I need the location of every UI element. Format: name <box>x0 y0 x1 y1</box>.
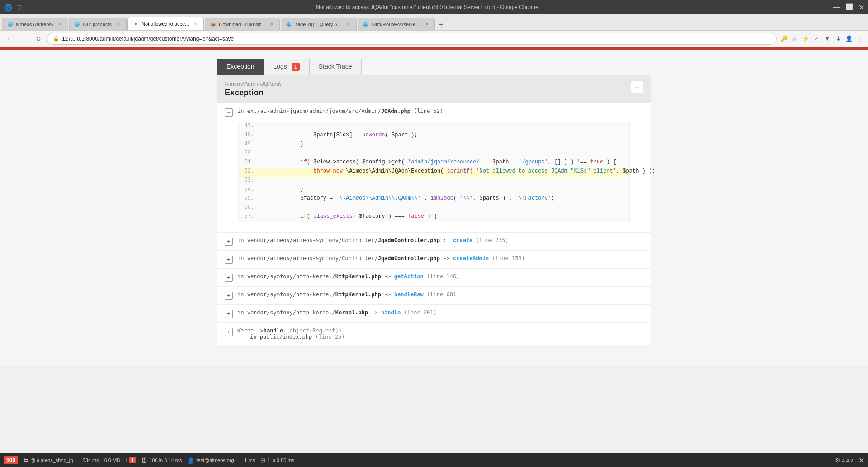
tab-label-6: Slim/RouteParserTe... <box>372 22 420 27</box>
tab-exception[interactable]: Exception <box>217 59 264 75</box>
trace-expand-1[interactable]: + <box>225 238 233 246</box>
nav-icons: 🔑 ☆ ⚡ ✓ ▼ ⬇ 👤 ⋮ <box>779 34 864 43</box>
tab-close-3[interactable]: ✕ <box>193 21 199 27</box>
tab-aimeos[interactable]: 🌐 aimeos (Aimeos) ✕ <box>2 18 68 30</box>
code-line-57: 57. if( class_exists( $factory ) === fal… <box>239 213 629 222</box>
back-button[interactable]: ← <box>4 33 15 45</box>
tab-label-2: Our products <box>83 22 112 27</box>
tab-close-5[interactable]: ✕ <box>345 21 352 28</box>
main-trace-prefix: in ext/ai-admin-jqadm/admin/jqadm/src/Ad… <box>237 108 381 114</box>
trace-expand-5[interactable]: + <box>225 310 233 318</box>
forward-button[interactable]: → <box>18 33 30 45</box>
trace-header-4: + in vendor/symfony/http-kernel/HttpKern… <box>225 291 643 300</box>
nav-bar: ← → ↻ 🔒 127.0.0.1:8000/admin/default/jqa… <box>0 31 868 47</box>
tab-favicon-4: 📦 <box>210 21 216 28</box>
trace-path-6: Kernel->handle (object(Request)) in publ… <box>237 327 345 340</box>
lightning-icon: ⚡ <box>801 34 810 43</box>
key-icon: 🔑 <box>779 34 788 43</box>
line-num-53: 53. <box>239 177 261 185</box>
trace-item-1: + in vendor/aimeos/aimeos-symfony/Contro… <box>217 232 651 250</box>
exception-breadcrumb: Aimeos\Admin\JQAdm\ <box>225 81 281 87</box>
person-icon: 👤 <box>844 34 854 43</box>
trace-header-1: + in vendor/aimeos/aimeos-symfony/Contro… <box>225 237 643 246</box>
browser-title: Not allowed to access JQAdm "customer" c… <box>25 4 829 10</box>
trace-header-3: + in vendor/symfony/http-kernel/HttpKern… <box>225 273 643 282</box>
exception-title: Exception <box>225 88 281 98</box>
line-num-56: 56. <box>239 204 261 212</box>
line-num-50: 50. <box>239 150 261 158</box>
tab-close-1[interactable]: ✕ <box>57 21 63 28</box>
trace-expand-2[interactable]: + <box>225 256 233 264</box>
code-line-56: 56. <box>239 204 629 213</box>
tab-logs[interactable]: Logs 1 <box>264 59 309 75</box>
code-line-54: 54. } <box>239 186 629 195</box>
tab-exception-label: Exception <box>226 63 254 70</box>
main-trace-path: in ext/ai-admin-jqadm/admin/jqadm/src/Ad… <box>237 108 443 114</box>
tab-error[interactable]: ● Not allowed to acce... ✕ <box>127 17 204 30</box>
menu-icon[interactable]: ⋮ <box>855 34 864 43</box>
trace-header-6: + Kernel->handle (object(Request)) in pu… <box>225 327 643 340</box>
tab-products[interactable]: 🌐 Our products ✕ <box>69 18 127 30</box>
line-content-51: if( $view->access( $config->get( 'admin/… <box>261 159 629 167</box>
trace-item-5: + in vendor/symfony/http-kernel/Kernel.p… <box>217 304 651 322</box>
trace-expand-4[interactable]: + <box>225 292 233 300</box>
tab-close-2[interactable]: ✕ <box>115 21 122 28</box>
main-trace-item: − in ext/ai-admin-jqadm/admin/jqadm/src/… <box>217 103 651 232</box>
exception-box: Aimeos\Admin\JQAdm\ Exception − − in ext… <box>217 75 651 345</box>
address-bar[interactable]: 🔒 127.0.0.1:8000/admin/default/jqadm/get… <box>47 33 777 45</box>
star-icon[interactable]: ☆ <box>790 34 799 43</box>
code-line-52: 52. throw new \Aimeos\Admin\JQAdm\Except… <box>239 168 629 177</box>
line-content-57: if( class_exists( $factory ) === false )… <box>261 213 629 221</box>
line-num-48: 48. <box>239 132 261 140</box>
new-tab-button[interactable]: + <box>436 19 447 30</box>
exception-panel: Aimeos\Admin\JQAdm\ Exception − − in ext… <box>208 75 660 345</box>
collapse-button[interactable]: − <box>631 81 643 93</box>
line-num-51: 51. <box>239 159 261 167</box>
tab-bootstrap[interactable]: 📦 Download · Bootstr... ✕ <box>205 18 280 30</box>
trace-expand-6[interactable]: + <box>225 328 233 336</box>
tab-label-1: aimeos (Aimeos) <box>16 22 53 27</box>
line-content-50 <box>261 150 629 158</box>
code-line-48: 48. $parts[$ldx] = ucwords( $part ); <box>239 131 629 140</box>
code-block: 47. 48. $parts[$ldx] = ucwords( $part );… <box>238 122 630 222</box>
main-trace-filename: JQAdm.php <box>381 108 410 114</box>
line-content-47 <box>261 123 629 131</box>
tab-stacktrace-label: Stack Trace <box>319 63 352 70</box>
tab-slim[interactable]: 🌐 Slim/RouteParserTe... ✕ <box>358 18 435 30</box>
line-num-55: 55. <box>239 195 261 203</box>
exception-header: Aimeos\Admin\JQAdm\ Exception − <box>217 75 651 103</box>
trace-expand-3[interactable]: + <box>225 274 233 282</box>
code-line-53: 53. <box>239 177 629 186</box>
line-content-49: } <box>261 141 629 149</box>
browser-title-bar: 🌀 ⬡ Not allowed to access JQAdm "custome… <box>0 0 868 14</box>
trace-item-6: + Kernel->handle (object(Request)) in pu… <box>217 322 651 345</box>
line-content-54: } <box>261 186 629 194</box>
trace-path-4: in vendor/symfony/http-kernel/HttpKernel… <box>237 291 456 298</box>
address-text: 127.0.0.1:8000/admin/default/jqadm/get/c… <box>62 36 234 42</box>
filter-icon: ▼ <box>823 34 832 43</box>
trace-path-3: in vendor/symfony/http-kernel/HttpKernel… <box>237 273 459 280</box>
trace-item-4: + in vendor/symfony/http-kernel/HttpKern… <box>217 286 651 304</box>
code-line-50: 50. <box>239 149 629 159</box>
tab-jquery[interactable]: 🌐 .fadeTo() | jQuery A... ✕ <box>281 18 357 30</box>
collapse-icon: − <box>635 83 639 91</box>
check-icon: ✓ <box>812 34 821 43</box>
tab-close-4[interactable]: ✕ <box>269 21 275 28</box>
trace-header-5: + in vendor/symfony/http-kernel/Kernel.p… <box>225 309 643 318</box>
tab-stacktrace[interactable]: Stack Trace <box>309 59 362 75</box>
trace-item-3: + in vendor/symfony/http-kernel/HttpKern… <box>217 268 651 286</box>
main-trace-line: (line 52) <box>414 108 443 114</box>
trace-path-5: in vendor/symfony/http-kernel/Kernel.php… <box>237 309 437 316</box>
line-content-53 <box>261 177 629 185</box>
reload-button[interactable]: ↻ <box>33 33 44 45</box>
tab-close-6[interactable]: ✕ <box>424 21 430 28</box>
code-line-55: 55. $factory = '\\Aimeos\\Admin\\JQAdm\\… <box>239 195 629 204</box>
line-content-55: $factory = '\\Aimeos\\Admin\\JQAdm\\' . … <box>261 195 629 203</box>
code-line-49: 49. } <box>239 140 629 149</box>
download-icon: ⬇ <box>834 34 843 43</box>
line-content-56 <box>261 204 629 212</box>
browser-tabs-bar: 🌐 aimeos (Aimeos) ✕ 🌐 Our products ✕ ● N… <box>0 14 868 31</box>
logs-badge: 1 <box>292 63 300 71</box>
tab-favicon-6: 🌐 <box>363 21 369 28</box>
main-trace-expand[interactable]: − <box>225 108 233 117</box>
